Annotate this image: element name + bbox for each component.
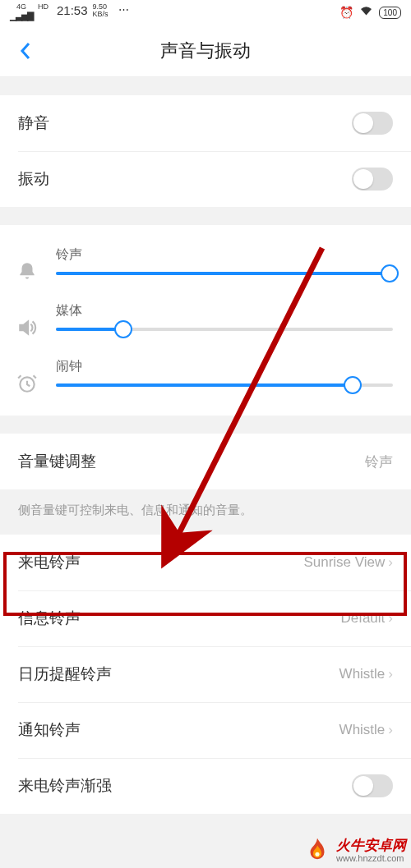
row-calendar-ringtone[interactable]: 日历提醒铃声 Whistle › xyxy=(0,646,411,702)
watermark-url: www.hnzzdt.com xyxy=(336,853,406,863)
row-value: Sunrise View › xyxy=(303,554,393,571)
wifi-icon xyxy=(359,6,373,19)
watermark-name: 火牛安卓网 xyxy=(336,838,406,854)
volume-sliders: 铃声 媒体 闹钟 xyxy=(0,225,411,416)
row-label: 来电铃声渐强 xyxy=(18,775,112,797)
title-bar: 声音与振动 xyxy=(0,25,411,77)
row-vibrate[interactable]: 振动 xyxy=(0,151,411,207)
page-title: 声音与振动 xyxy=(0,39,411,63)
row-label: 来电铃声 xyxy=(18,552,81,573)
row-volume-key[interactable]: 音量键调整 铃声 xyxy=(0,434,411,489)
row-silent[interactable]: 静音 xyxy=(0,95,411,151)
toggle-fade-in[interactable] xyxy=(352,774,393,797)
flame-icon xyxy=(303,837,331,865)
row-call-ringtone[interactable]: 来电铃声 Sunrise View › xyxy=(0,535,411,590)
slider-label: 闹钟 xyxy=(56,358,393,375)
section-gap xyxy=(0,416,411,434)
toggle-silent[interactable] xyxy=(352,112,393,135)
signal-bars-icon: ▁▃▅▇ xyxy=(10,11,33,21)
row-label: 振动 xyxy=(18,168,49,190)
hd-indicator: HD xyxy=(38,3,48,11)
watermark: 火牛安卓网 www.hnzzdt.com xyxy=(303,837,406,865)
bell-icon xyxy=(15,261,39,282)
row-label: 信息铃声 xyxy=(18,608,81,629)
slider-label: 铃声 xyxy=(56,246,393,264)
slider-track[interactable] xyxy=(56,328,393,331)
slider-alarm: 闹钟 xyxy=(15,348,393,404)
row-label: 日历提醒铃声 xyxy=(18,664,112,685)
slider-track[interactable] xyxy=(56,272,393,275)
battery-indicator: 100 xyxy=(379,7,401,19)
row-value: Whistle › xyxy=(339,666,393,682)
speaker-icon xyxy=(15,317,39,338)
chevron-right-icon: › xyxy=(388,610,393,627)
status-bar: 4G ▁▃▅▇ HD 21:53 9.50 KB/s ⋯ ⏰ 100 xyxy=(0,0,411,25)
section-gap xyxy=(0,207,411,225)
row-notif-ringtone[interactable]: 通知铃声 Whistle › xyxy=(0,702,411,758)
section-gap xyxy=(0,77,411,95)
volume-key-desc: 侧音量键可控制来电、信息和通知的音量。 xyxy=(0,489,411,535)
row-value: 铃声 xyxy=(365,452,393,471)
slider-media: 媒体 xyxy=(15,292,393,348)
chevron-right-icon: › xyxy=(388,722,393,738)
more-icon: ⋯ xyxy=(118,3,130,16)
toggle-vibrate[interactable] xyxy=(352,168,393,191)
net-speed: 9.50 KB/s xyxy=(93,3,109,18)
row-value: Whistle › xyxy=(339,722,393,738)
row-value: Default › xyxy=(340,610,393,627)
net-hd: HD xyxy=(38,3,48,11)
slider-ringtone: 铃声 xyxy=(15,237,393,292)
chevron-right-icon: › xyxy=(388,554,393,571)
clock: 21:53 xyxy=(57,3,88,17)
slider-track[interactable] xyxy=(56,383,393,387)
net-4g: 4G xyxy=(16,3,26,11)
slider-label: 媒体 xyxy=(56,302,393,319)
row-fade-in[interactable]: 来电铃声渐强 xyxy=(0,758,411,814)
row-msg-ringtone[interactable]: 信息铃声 Default › xyxy=(0,590,411,646)
network-indicator: 4G ▁▃▅▇ xyxy=(10,3,33,21)
status-left: 4G ▁▃▅▇ HD 21:53 9.50 KB/s ⋯ xyxy=(10,3,130,21)
svg-point-2 xyxy=(315,852,319,857)
row-label: 音量键调整 xyxy=(18,451,96,472)
chevron-right-icon: › xyxy=(388,666,393,682)
row-label: 通知铃声 xyxy=(18,719,81,741)
alarm-icon: ⏰ xyxy=(339,6,353,19)
row-label: 静音 xyxy=(18,113,49,134)
status-right: ⏰ 100 xyxy=(339,6,401,19)
clock-icon xyxy=(15,373,39,394)
